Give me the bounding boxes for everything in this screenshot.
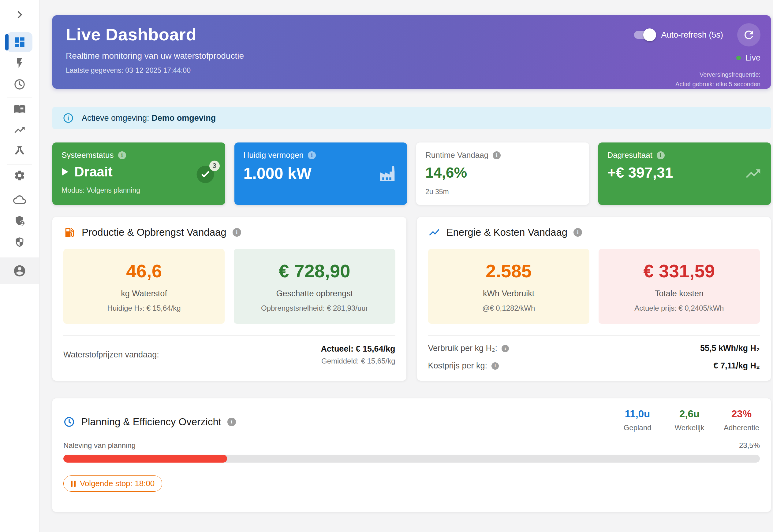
- status-cards-row: Systeemstatus i Draait Modus: Volgens pl…: [52, 142, 771, 205]
- chevron-right-icon: [14, 9, 25, 20]
- security-shield-icon: [13, 236, 26, 249]
- sidebar-item-security[interactable]: [0, 232, 39, 253]
- status-count-badge: 3: [209, 161, 220, 171]
- info-icon[interactable]: i: [228, 418, 236, 426]
- sidebar-item-analytics[interactable]: [0, 119, 39, 141]
- sidebar-item-power[interactable]: [0, 52, 39, 74]
- runtime-value: 14,6%: [425, 164, 580, 181]
- settings-gear-icon: [13, 169, 26, 182]
- production-panel: Productie & Opbrengst Vandaag i 46,6 kg …: [52, 217, 406, 381]
- bolt-icon: [13, 57, 26, 69]
- panel-title: Energie & Kosten Vandaag: [446, 227, 568, 238]
- cost-per-kg-value: € 7,11/kg H₂: [713, 361, 760, 371]
- sidebar-item-dashboard[interactable]: [7, 32, 32, 52]
- sidebar-item-documentation[interactable]: [0, 98, 39, 119]
- sidebar-item-admin[interactable]: [0, 210, 39, 232]
- pause-icon: [71, 481, 76, 487]
- sidebar-expand-button[interactable]: [12, 7, 27, 22]
- planned-value: 11,0u: [619, 408, 656, 420]
- consumption-per-kg-label: Verbruik per kg H₂:: [428, 344, 497, 353]
- environment-banner: Actieve omgeving: Demo omgeving: [52, 107, 771, 129]
- current-price: Actueel: € 15,64/kg: [321, 344, 395, 354]
- panel-title: Planning & Efficiency Overzicht: [81, 416, 221, 428]
- tile-label: Totale kosten: [655, 289, 704, 298]
- next-stop-chip: Volgende stop: 18:00: [63, 475, 162, 492]
- tile-label: kg Waterstof: [121, 289, 167, 298]
- adherence-label: Adherentie: [723, 423, 760, 432]
- refresh-frequency-info: Verversingsfrequentie: Actief gebruik: e…: [675, 70, 760, 89]
- day-result-card: Dagresultaat i +€ 397,31: [598, 142, 771, 205]
- chart-line-icon: [428, 226, 440, 238]
- system-status-value: Draait: [74, 164, 113, 179]
- day-result-value: +€ 397,31: [608, 164, 762, 181]
- account-circle-icon: [13, 264, 26, 278]
- cost-per-kg-label: Kostprijs per kg:: [428, 361, 487, 371]
- auto-refresh-label: Auto-refresh (5s): [661, 30, 723, 40]
- next-stop-label: Volgende stop: 18:00: [80, 479, 154, 488]
- environment-banner-text: Actieve omgeving: Demo omgeving: [82, 113, 216, 123]
- sidebar-item-history[interactable]: [0, 74, 39, 95]
- info-icon[interactable]: i: [493, 151, 501, 159]
- current-power-card: Huidig vermogen i 1.000 kW: [235, 142, 407, 205]
- play-icon: [61, 168, 69, 176]
- actual-stat: 2,6u Werkelijk: [671, 408, 708, 432]
- refresh-frequency-title: Verversingsfrequentie:: [675, 70, 760, 79]
- gas-pump-icon: [63, 226, 76, 238]
- auto-refresh-toggle[interactable]: [634, 31, 655, 39]
- system-status-card: Systeemstatus i Draait Modus: Volgens pl…: [52, 142, 225, 205]
- info-icon[interactable]: i: [308, 151, 316, 159]
- info-icon[interactable]: i: [118, 151, 126, 159]
- tile-sub: @€ 0,1282/kWh: [482, 304, 535, 312]
- detail-panels-row: Productie & Opbrengst Vandaag i 46,6 kg …: [52, 217, 771, 381]
- refresh-button[interactable]: [737, 23, 760, 46]
- runtime-card: Runtime Vandaag i 14,6% 2u 35m: [416, 142, 589, 205]
- info-outline-icon: [63, 113, 74, 124]
- consumption-per-kg-value: 55,5 kWh/kg H₂: [700, 344, 760, 353]
- refresh-icon: [742, 28, 755, 41]
- energy-used-tile: 2.585 kWh Verbruikt @€ 0,1282/kWh: [428, 249, 590, 324]
- adherence-stat: 23% Adherentie: [723, 408, 760, 432]
- planning-stats: 11,0u Gepland 2,6u Werkelijk 23% Adheren…: [619, 408, 760, 432]
- dashboard-icon: [13, 36, 26, 49]
- account-button[interactable]: [0, 257, 39, 284]
- tile-sub: Opbrengstsnelheid: € 281,93/uur: [261, 304, 368, 312]
- trending-up-icon: [745, 165, 762, 182]
- sidebar-item-cloud[interactable]: [0, 189, 39, 210]
- clock-icon: [13, 78, 26, 91]
- planned-stat: 11,0u Gepland: [619, 408, 656, 432]
- sidebar: [0, 0, 39, 532]
- adherence-progress-fill: [63, 455, 227, 463]
- sidebar-divider: [0, 29, 39, 29]
- factory-icon: [378, 164, 398, 183]
- panel-divider: [428, 335, 760, 336]
- live-status-label: Live: [745, 53, 760, 63]
- card-label: Systeemstatus: [61, 150, 114, 160]
- sidebar-item-settings[interactable]: [0, 165, 39, 186]
- info-icon[interactable]: i: [657, 151, 665, 159]
- runtime-duration: 2u 35m: [425, 188, 580, 196]
- info-icon[interactable]: i: [233, 228, 241, 237]
- info-icon[interactable]: i: [491, 362, 499, 370]
- info-icon[interactable]: i: [573, 228, 582, 237]
- tile-label: kWh Verbruikt: [483, 289, 534, 298]
- total-costs-value: € 331,59: [644, 260, 715, 282]
- hydrogen-kg-value: 46,6: [126, 260, 162, 282]
- header-controls: Auto-refresh (5s) Live Verversingsfreque…: [634, 23, 760, 89]
- progress-label: Naleving van planning: [63, 441, 135, 450]
- card-label: Huidig vermogen: [244, 150, 304, 160]
- live-status-dot: [736, 56, 741, 60]
- environment-label: Actieve omgeving:: [82, 113, 149, 123]
- planning-panel: Planning & Efficiency Overzicht i 11,0u …: [52, 398, 771, 512]
- progress-percentage: 23,5%: [739, 441, 760, 450]
- hydrogen-prices-label: Waterstofprijzen vandaag:: [63, 350, 159, 360]
- info-icon[interactable]: i: [501, 345, 509, 352]
- planned-label: Gepland: [619, 423, 656, 432]
- trending-up-icon: [13, 124, 26, 136]
- cloud-icon: [13, 193, 26, 206]
- energy-panel: Energie & Kosten Vandaag i 2.585 kWh Ver…: [417, 217, 771, 381]
- total-costs-tile: € 331,59 Totale kosten Actuele prijs: € …: [599, 249, 760, 324]
- tile-sub: Huidige H₂: € 15,64/kg: [107, 304, 181, 312]
- card-label: Runtime Vandaag: [425, 150, 488, 160]
- sidebar-item-lab[interactable]: [0, 141, 39, 162]
- panel-divider: [63, 335, 395, 336]
